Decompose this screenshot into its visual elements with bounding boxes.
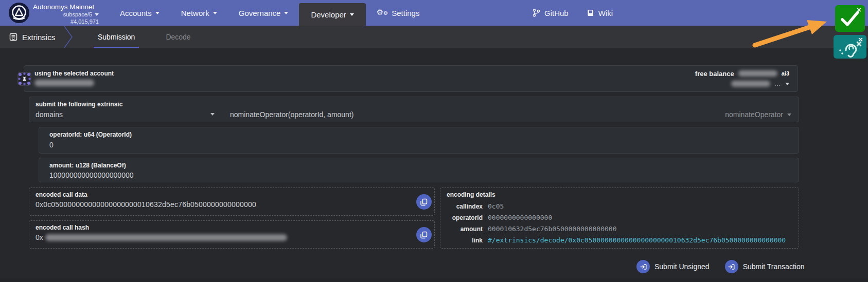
balance-ellipsis: ... <box>774 80 781 87</box>
encoded-call-hash-box: encoded call hash 0x <box>29 220 435 249</box>
wiki-link[interactable]: Wiki <box>587 9 613 17</box>
decode-link[interactable]: #/extrinsics/decode/0x0c0500000000000000… <box>488 236 786 244</box>
method-select[interactable]: nominateOperator <box>725 110 791 119</box>
free-balance-value-redacted <box>738 70 777 77</box>
chevron-down-icon <box>155 12 160 14</box>
section-title: Extrinsics <box>22 33 55 42</box>
autonomys-logo-icon <box>8 2 30 24</box>
nav-network[interactable]: Network <box>170 0 228 26</box>
param-operatorid-label: operatorId: u64 (OperatorId) <box>49 131 132 138</box>
chevron-down-icon <box>284 12 288 14</box>
param-amount-input[interactable]: 100000000000000000000 <box>49 171 134 179</box>
copy-call-hash-button[interactable] <box>416 227 432 242</box>
book-icon <box>587 9 594 17</box>
top-nav-bar: Autonomys Mainnet subspace/5 #4,015,971 … <box>0 0 868 26</box>
extrinsics-icon <box>9 33 17 41</box>
param-operatorid-input[interactable]: 0 <box>49 141 54 149</box>
copy-icon <box>420 231 428 239</box>
nav-developer[interactable]: Developer <box>299 3 365 26</box>
submit-transaction-button[interactable]: Submit Transaction <box>725 260 805 273</box>
encoding-details-label: encoding details <box>447 191 792 198</box>
account-label: using the selected account <box>34 70 114 77</box>
encoded-call-data-box: encoded call data 0x0c050000000000000000… <box>29 187 435 216</box>
sign-in-icon <box>725 260 738 273</box>
github-link[interactable]: GitHub <box>533 9 569 17</box>
encoding-row-callindex: callindex 0c05 <box>447 202 792 214</box>
nav-settings[interactable]: ⚙⚙ Settings <box>366 0 431 26</box>
secondary-balance-redacted <box>731 81 770 87</box>
param-amount-label: amount: u128 (BalanceOf) <box>49 162 126 169</box>
encoded-call-data-value: 0x0c050000000000000000000010632d5ec76b05… <box>36 200 256 209</box>
chevron-down-icon <box>95 13 99 16</box>
runtime-spec: subspace/5 <box>63 11 92 18</box>
account-identicon <box>17 72 31 86</box>
copy-icon <box>420 198 428 206</box>
gears-icon: ⚙⚙ <box>377 9 388 17</box>
external-links: GitHub Wiki <box>533 0 613 26</box>
sign-in-icon <box>636 260 650 273</box>
app-window: Autonomys Mainnet subspace/5 #4,015,971 … <box>0 0 868 282</box>
encoded-call-hash-label: encoded call hash <box>36 224 89 231</box>
encoded-call-hash-redacted <box>45 234 287 241</box>
main-nav: Accounts Network Governance Developer ⚙⚙… <box>109 0 430 26</box>
page-footer-strip <box>0 278 868 282</box>
chevron-down-icon[interactable] <box>785 83 789 85</box>
token-unit: ai3 <box>782 70 789 77</box>
free-balance-label: free balance <box>695 70 734 78</box>
submit-actions: Submit Unsigned Submit Transaction <box>636 260 804 273</box>
encoded-call-hash-prefix: 0x <box>36 233 43 241</box>
account-name-redacted <box>34 80 94 86</box>
best-block-number: #4,015,971 <box>32 18 99 25</box>
tab-decode[interactable]: Decode <box>162 26 194 48</box>
chevron-down-icon[interactable] <box>210 113 215 116</box>
encoded-call-data-label: encoded call data <box>36 191 87 198</box>
dismiss-x-icon[interactable]: × <box>858 35 863 43</box>
account-select[interactable]: using the selected account free balance … <box>24 65 798 92</box>
pallet-select[interactable]: domains <box>36 110 63 119</box>
chain-name: Autonomys Mainnet <box>33 3 94 11</box>
encoding-row-amount: amount 000010632d5ec76b0500000000000000 <box>447 225 792 236</box>
balance-area: free balance ai3 ... <box>695 69 789 88</box>
nav-governance[interactable]: Governance <box>228 0 299 26</box>
extrinsic-select: submit the following extrinsic domains n… <box>29 97 799 122</box>
encoding-row-operatorid: operatorid 0000000000000000 <box>447 214 792 225</box>
tabs: Submission Decode <box>94 26 195 48</box>
nav-accounts[interactable]: Accounts <box>109 0 170 26</box>
success-check-button[interactable]: × <box>835 5 865 32</box>
method-signature: nominateOperator(operatorId, amount) <box>230 110 353 119</box>
autonomys-logo[interactable] <box>8 2 30 24</box>
chevron-down-icon <box>213 12 217 14</box>
tab-submission[interactable]: Submission <box>94 26 139 48</box>
param-operatorid: operatorId: u64 (OperatorId) 0 <box>39 127 799 154</box>
encoding-details-box: encoding details callindex 0c05 operator… <box>440 187 799 249</box>
chevron-down-icon <box>787 114 791 116</box>
dismiss-x-icon[interactable]: × <box>856 6 862 13</box>
code-fork-icon <box>533 9 540 17</box>
param-amount: amount: u128 (BalanceOf) 100000000000000… <box>39 158 799 182</box>
tab-bar: Extrinsics Submission Decode <box>0 26 868 48</box>
extrinsic-label: submit the following extrinsic <box>36 101 122 108</box>
assistive-listening-button[interactable]: × <box>834 35 866 59</box>
encoding-row-link: link #/extrinsics/decode/0x0c05000000000… <box>447 236 792 248</box>
breadcrumb-chevron <box>63 26 74 48</box>
runtime-selector[interactable]: subspace/5 <box>32 11 99 18</box>
submit-unsigned-button[interactable]: Submit Unsigned <box>636 260 710 273</box>
copy-call-data-button[interactable] <box>416 194 432 210</box>
chain-meta: subspace/5 #4,015,971 <box>32 11 99 25</box>
section-header: Extrinsics <box>9 26 55 48</box>
chevron-down-icon <box>350 13 354 16</box>
main-content: using the selected account free balance … <box>0 48 868 282</box>
